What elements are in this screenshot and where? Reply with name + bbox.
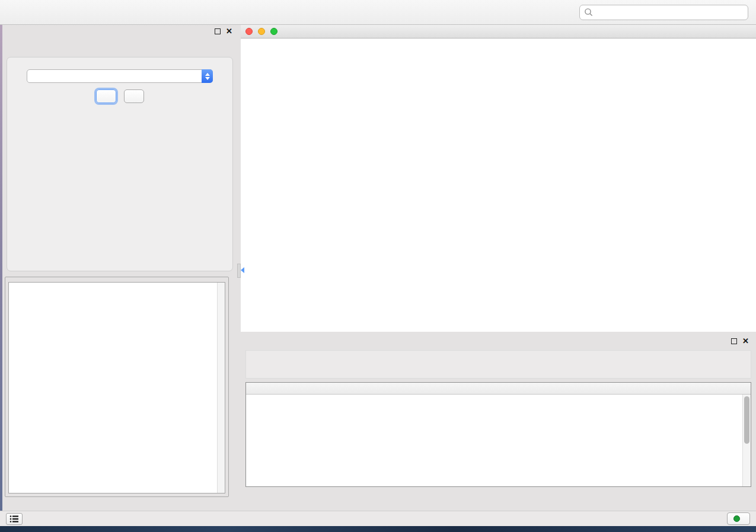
float-panel-icon[interactable] bbox=[215, 28, 221, 34]
cytoscape-app: ✕ bbox=[0, 0, 756, 532]
mcds-tab-panel bbox=[7, 57, 233, 271]
minimize-window-icon[interactable] bbox=[258, 28, 265, 35]
close-panel-icon[interactable]: ✕ bbox=[226, 28, 232, 34]
desktop-background-strip bbox=[0, 526, 756, 532]
run-mcds-button[interactable] bbox=[96, 89, 116, 103]
panel-menu-button[interactable] bbox=[6, 513, 23, 525]
close-window-icon[interactable] bbox=[245, 28, 253, 35]
network-window bbox=[241, 25, 756, 332]
close-panel-button[interactable] bbox=[124, 89, 144, 103]
close-table-panel-icon[interactable]: ✕ bbox=[742, 338, 749, 344]
main-toolbar bbox=[0, 0, 756, 25]
control-panel-titlebar: ✕ bbox=[2, 25, 237, 40]
node-table bbox=[245, 382, 751, 487]
table-toolbar bbox=[245, 350, 751, 379]
mcds-result-group bbox=[5, 277, 229, 497]
search-icon bbox=[584, 8, 594, 17]
table-scrollbar[interactable] bbox=[742, 395, 751, 486]
search-field[interactable] bbox=[579, 5, 748, 20]
float-table-panel-icon[interactable] bbox=[731, 338, 737, 344]
maximize-window-icon[interactable] bbox=[270, 28, 277, 35]
mcds-result-list bbox=[8, 282, 225, 493]
network-titlebar[interactable] bbox=[241, 25, 756, 39]
table-panel-titlebar: ✕ bbox=[241, 335, 756, 350]
criterion-dropdown[interactable] bbox=[27, 69, 213, 83]
search-input[interactable] bbox=[594, 8, 748, 17]
control-panel: ✕ bbox=[2, 25, 237, 511]
table-body bbox=[246, 395, 742, 486]
network-canvas[interactable] bbox=[241, 39, 756, 332]
table-panel: ✕ bbox=[241, 335, 756, 511]
table-scrollbar-thumb[interactable] bbox=[744, 396, 749, 444]
table-header-row bbox=[246, 383, 751, 395]
dropdown-stepper-icon bbox=[202, 69, 213, 83]
memory-button[interactable] bbox=[727, 512, 750, 525]
list-menu-icon bbox=[9, 515, 19, 523]
collapse-arrow-icon[interactable] bbox=[241, 267, 244, 273]
result-list-scrollbar[interactable] bbox=[217, 283, 225, 493]
status-bar bbox=[0, 511, 756, 526]
memory-status-icon bbox=[733, 515, 740, 522]
